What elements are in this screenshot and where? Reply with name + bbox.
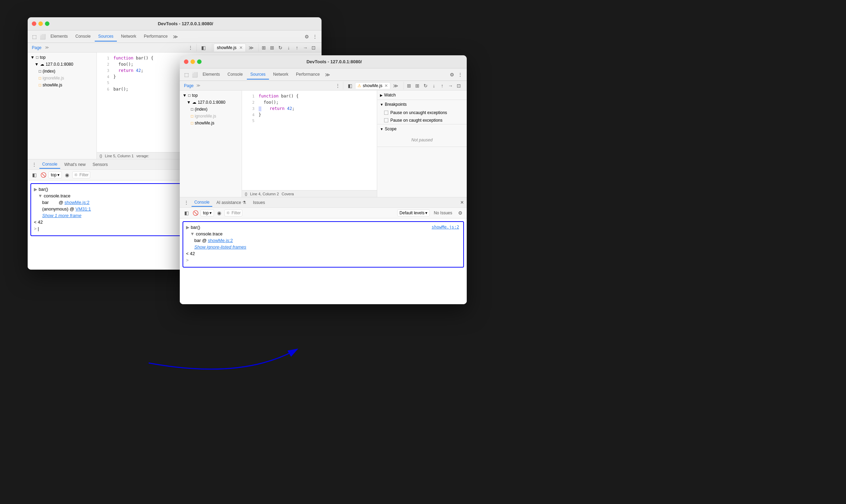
bg-tree-server[interactable]: ▼ ☁ 127.0.0.1:8080	[28, 61, 96, 68]
bg-showme-icon: □	[39, 83, 41, 87]
bg-show-more-link[interactable]: Show 1 more frame	[42, 213, 81, 218]
fg-close-button[interactable]	[184, 59, 188, 64]
fg-page-more[interactable]: ≫	[196, 83, 201, 88]
fg-pause-icon[interactable]: ⊞	[413, 82, 421, 90]
fg-code-editor[interactable]: 1 function bar() { 2 foo(); 3 return 42;	[242, 91, 377, 190]
bg-tab-sources[interactable]: Sources	[95, 32, 117, 41]
fg-showme-tab-close[interactable]: ✕	[384, 83, 388, 88]
fg-watch-header[interactable]: ▶ Watch	[377, 91, 467, 100]
bg-format-btn[interactable]: {}	[100, 154, 102, 158]
bg-tree-showme[interactable]: □ showMe.js	[28, 82, 96, 88]
fg-tab-performance[interactable]: Performance	[292, 70, 323, 80]
fg-console-filter-input[interactable]: ⛭ Filter	[224, 209, 243, 216]
bg-toggle-sidebar[interactable]: ◧	[199, 44, 207, 52]
bg-minimize-button[interactable]	[38, 21, 43, 26]
bg-tab-console[interactable]: Console	[72, 32, 94, 41]
bg-device-icon[interactable]: ⬜	[39, 33, 46, 40]
bg-console-top-dropdown[interactable]: top ▾	[48, 171, 62, 178]
fg-step-over[interactable]: ↻	[422, 82, 429, 90]
bg-tab-network[interactable]: Network	[118, 32, 140, 41]
bg-tab-elements[interactable]: Elements	[47, 32, 71, 41]
fg-tab-console[interactable]: Console	[224, 70, 246, 80]
fg-right-link[interactable]: showMe.js:2	[432, 225, 459, 230]
bg-console-toggle[interactable]: ⋮	[30, 161, 38, 168]
fg-step-into[interactable]: ↓	[430, 82, 438, 90]
bg-page-tab[interactable]: Page	[30, 45, 43, 51]
fg-step[interactable]: →	[447, 82, 454, 90]
fg-more-tabs-icon[interactable]: ≫	[324, 71, 332, 78]
fg-page-tab[interactable]: Page	[183, 83, 195, 89]
fg-scope-header[interactable]: ▼ Scope	[377, 124, 467, 133]
bg-trace-bar-link[interactable]: showMe.js:2	[65, 200, 90, 205]
fg-issues-tab[interactable]: Issues	[250, 199, 268, 206]
bg-showme-tab-close[interactable]: ✕	[239, 45, 243, 50]
fg-more-file-tabs[interactable]: ≫	[392, 82, 399, 90]
fg-bp-caught-checkbox[interactable]	[384, 118, 388, 122]
fg-ai-tab[interactable]: AI assistance ⚗	[214, 199, 249, 206]
bg-maximize-button[interactable]	[45, 21, 49, 26]
bg-deactivate[interactable]: ⊡	[310, 44, 317, 52]
bg-page-more[interactable]: ≫	[45, 45, 49, 50]
fg-tree-server[interactable]: ▼ ☁ 127.0.0.1:8080	[180, 99, 242, 106]
fg-console-close[interactable]: ✕	[460, 200, 464, 205]
fg-toggle-sidebar[interactable]: ◧	[346, 82, 354, 90]
bg-more-options-icon[interactable]: ⋮	[311, 33, 319, 40]
bg-console-filter-input[interactable]: ⛭ Filter	[72, 171, 91, 178]
fg-deactivate[interactable]: ⊡	[455, 82, 463, 90]
fg-console-sidebar-icon[interactable]: ◧	[183, 209, 190, 217]
fg-step-out[interactable]: ↑	[438, 82, 446, 90]
fg-settings-icon[interactable]: ⚙	[448, 71, 456, 78]
fg-maximize-button[interactable]	[197, 59, 202, 64]
bg-step-into[interactable]: ↓	[285, 44, 292, 52]
bg-step-out[interactable]: ↑	[293, 44, 301, 52]
fg-tab-network[interactable]: Network	[270, 70, 292, 80]
fg-tree-ignoreme[interactable]: □ ignoreMe.js	[180, 113, 242, 120]
bg-tree-ignoreme[interactable]: □ ignoreMe.js	[28, 75, 96, 82]
bg-more-file-tabs[interactable]: ≫	[247, 44, 255, 52]
bg-inspector-icon[interactable]: ⬚	[30, 33, 38, 40]
bg-console-eye-icon[interactable]: ◉	[63, 171, 71, 179]
fg-tab-sources[interactable]: Sources	[247, 70, 269, 80]
bg-close-button[interactable]	[32, 21, 36, 26]
fg-console-top-dropdown[interactable]: top ▾	[201, 209, 214, 216]
fg-more-options-icon[interactable]: ⋮	[456, 71, 464, 78]
bg-whatsnew-tab[interactable]: What's new	[62, 161, 89, 168]
fg-show-ignore-link[interactable]: Show ignore-listed frames	[194, 244, 246, 250]
fg-trace-bar-link[interactable]: showMe.js:2	[208, 238, 233, 243]
fg-format-icon[interactable]: ⊞	[405, 82, 413, 90]
fg-console-eye-icon[interactable]: ◉	[215, 209, 223, 217]
fg-tab-elements[interactable]: Elements	[199, 70, 223, 80]
bg-console-sidebar-icon[interactable]: ◧	[30, 171, 38, 179]
fg-inspector-icon[interactable]: ⬚	[183, 71, 190, 78]
fg-entry-input[interactable]: >	[186, 258, 461, 263]
fg-issues-settings[interactable]: ⚙	[456, 209, 464, 217]
fg-tree-showme[interactable]: □ showMe.js	[180, 120, 242, 127]
fg-levels-dropdown[interactable]: Default levels ▾	[397, 209, 430, 216]
bg-step-over[interactable]: ↻	[277, 44, 284, 52]
bg-trace-anon-link[interactable]: VM31:1	[75, 206, 91, 212]
bg-console-tab[interactable]: Console	[39, 160, 60, 169]
bg-sensors-tab[interactable]: Sensors	[90, 161, 111, 168]
bg-more-tabs-icon[interactable]: ≫	[172, 33, 179, 40]
fg-console-clear-icon[interactable]: 🚫	[192, 209, 199, 217]
bg-pause-icon[interactable]: ⊞	[268, 44, 276, 52]
fg-format-btn[interactable]: {}	[245, 192, 247, 196]
fg-tree-index[interactable]: □ (index)	[180, 106, 242, 113]
fg-bp-uncaught-checkbox[interactable]	[384, 111, 388, 115]
fg-tree-top[interactable]: ▼ □ top	[180, 92, 242, 99]
bg-console-clear-icon[interactable]: 🚫	[39, 171, 47, 179]
fg-device-icon[interactable]: ⬜	[191, 71, 198, 78]
bg-tab-performance[interactable]: Performance	[140, 32, 171, 41]
bg-settings-icon[interactable]: ⚙	[303, 33, 310, 40]
bg-tree-top[interactable]: ▼ □ top	[28, 54, 96, 61]
fg-console-tab[interactable]: Console	[192, 198, 212, 207]
fg-breakpoints-header[interactable]: ▼ Breakpoints	[377, 100, 467, 109]
fg-sources-more[interactable]: ⋮	[334, 82, 342, 90]
bg-showme-tab[interactable]: showMe.js ✕	[214, 44, 246, 52]
bg-tree-index[interactable]: □ (index)	[28, 68, 96, 75]
bg-format-icon[interactable]: ⊞	[260, 44, 268, 52]
bg-step[interactable]: →	[301, 44, 309, 52]
bg-sources-more[interactable]: ⋮	[187, 44, 194, 52]
fg-console-toggle[interactable]: ⋮	[183, 199, 190, 206]
fg-minimize-button[interactable]	[190, 59, 195, 64]
